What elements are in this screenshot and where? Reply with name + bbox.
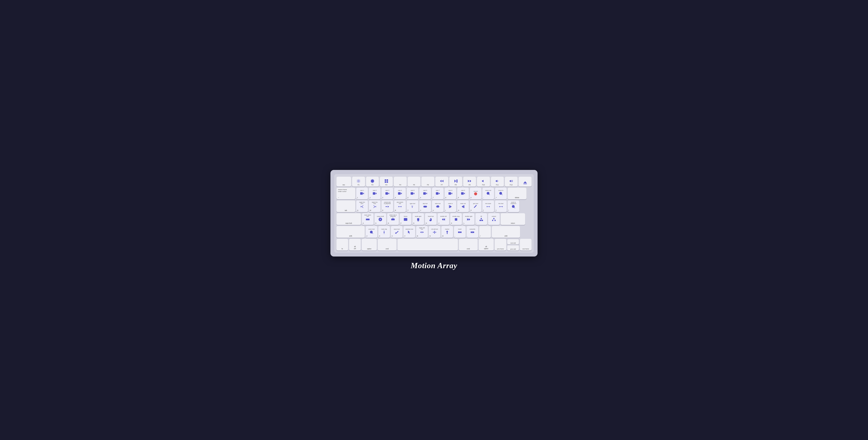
key-b[interactable]: ripple edittool B (416, 226, 428, 238)
key-v[interactable]: selection tool V (403, 226, 415, 238)
key-minus[interactable]: zoom out - (483, 188, 494, 199)
trimfwd-icon (499, 205, 503, 209)
key-option[interactable]: option (362, 239, 377, 250)
key-f7[interactable]: F7 (435, 177, 448, 187)
key-bracket-l[interactable]: trim back [ (483, 200, 494, 212)
key-a[interactable]: track selecttool A (362, 213, 374, 225)
key-q[interactable]: ripple trimprev Q (356, 200, 368, 212)
key-capslock[interactable]: caps lock (337, 213, 361, 225)
key-g[interactable]: audio gain G (412, 213, 424, 225)
key-f11[interactable]: F11 (491, 177, 504, 187)
key-r[interactable]: rate stretchtool R (394, 200, 406, 212)
svg-line-6 (360, 182, 360, 182)
key-next-frame[interactable]: next frame (520, 239, 531, 250)
key-backslash[interactable]: zoom tosequence \ (507, 200, 519, 212)
key-alt-option[interactable]: altoption (478, 239, 494, 250)
key-i[interactable]: mark in I (444, 200, 456, 212)
key-tilde[interactable]: restore frameunder cursor ~ (337, 188, 355, 199)
key-f6[interactable]: F6 (422, 177, 434, 187)
key-comma[interactable]: insert , (454, 226, 466, 238)
key-tab[interactable]: tab (337, 200, 355, 212)
key-f[interactable]: frame F (400, 213, 411, 225)
key-e[interactable]: extend editto playhead E (381, 200, 393, 212)
key-s[interactable]: snap on/off S (374, 213, 386, 225)
key-m[interactable]: marker M (441, 226, 453, 238)
key-cmd-left[interactable]: cmd (378, 239, 397, 250)
key-7[interactable]: cam 7 7 (432, 188, 443, 199)
key-n[interactable]: roll edit tool N (429, 226, 440, 238)
key-3[interactable]: cam 3 3 (381, 188, 393, 199)
key-9[interactable]: cam 9 9 (457, 188, 469, 199)
key-p[interactable]: pen tool P (470, 200, 482, 212)
key-space[interactable] (398, 239, 458, 250)
key-bracket-r[interactable]: trim fwd ] (495, 200, 507, 212)
key-5[interactable]: cam 5 5 (407, 188, 418, 199)
svg-rect-9 (385, 180, 386, 181)
stretch-icon (398, 205, 402, 209)
key-return[interactable]: return (501, 213, 525, 225)
key-h[interactable]: hand tool H (425, 213, 437, 225)
key-f5[interactable]: F5 (408, 177, 421, 187)
key-f2[interactable]: F2 (366, 177, 379, 187)
key-next-edit[interactable]: next edit (507, 239, 519, 245)
svg-marker-88 (393, 218, 394, 218)
key-l[interactable]: shuttle right L (463, 213, 474, 225)
key-fn[interactable]: fn (337, 239, 348, 250)
marker-icon (445, 230, 449, 235)
key-f12[interactable]: F12 (505, 177, 518, 187)
key-z[interactable]: zoom tool Z (366, 226, 377, 238)
key-o[interactable]: mark out O (457, 200, 469, 212)
key-prev-edit[interactable]: prev edit (507, 245, 519, 250)
key-prev-frame[interactable]: prev frame (495, 239, 506, 250)
svg-line-8 (357, 182, 358, 182)
svg-marker-18 (468, 180, 469, 182)
key-plus[interactable]: zoom in + (495, 188, 507, 199)
key-k[interactable]: shuttle stop K (450, 213, 462, 225)
svg-line-81 (514, 208, 515, 208)
svg-marker-22 (510, 180, 511, 182)
key-t[interactable]: type tool T T (407, 200, 418, 212)
svg-rect-99 (479, 220, 481, 221)
svg-marker-116 (423, 231, 424, 233)
key-j[interactable]: shuttle left J (438, 213, 449, 225)
svg-marker-58 (423, 206, 424, 207)
key-8[interactable]: cam 8 8 (444, 188, 456, 199)
svg-rect-33 (461, 192, 464, 195)
key-y[interactable]: slip tool Y (419, 200, 431, 212)
svg-line-46 (374, 207, 375, 208)
key-f8[interactable]: F8 (449, 177, 462, 187)
extract-icon (492, 217, 496, 222)
key-1[interactable]: cam 1 1 (356, 188, 368, 199)
svg-rect-60 (437, 206, 439, 207)
key-c[interactable]: razor tool C (391, 226, 403, 238)
key-u[interactable]: slide tool U (432, 200, 443, 212)
key-period[interactable]: overwrite . (467, 226, 478, 238)
svg-marker-23 (523, 181, 527, 183)
key-0[interactable]: record 0 (470, 188, 482, 199)
key-alt-ctrl[interactable]: altctrl (349, 239, 361, 250)
key-f9[interactable]: F9 (463, 177, 476, 187)
svg-marker-50 (388, 206, 389, 208)
key-4[interactable]: cam 4 4 (394, 188, 406, 199)
key-f3[interactable]: F3 (380, 177, 393, 187)
key-f1[interactable]: F1 (352, 177, 365, 187)
key-slash[interactable]: / (479, 226, 491, 238)
svg-rect-89 (404, 218, 407, 221)
key-delete[interactable]: delete (507, 188, 526, 199)
key-shift-right[interactable]: shift (492, 226, 520, 238)
key-2[interactable]: cam 2 2 (369, 188, 380, 199)
svg-marker-115 (420, 231, 421, 233)
key-shift-left[interactable]: shift (337, 226, 365, 238)
key-f4[interactable]: F4 (394, 177, 407, 187)
key-eject[interactable] (519, 177, 531, 187)
key-f10[interactable]: F10 (477, 177, 490, 187)
key-w[interactable]: ripple trimnext W (369, 200, 380, 212)
key-semicolon[interactable]: lift ; (475, 213, 487, 225)
key-cmd-right[interactable]: cmd (459, 239, 478, 250)
svg-rect-29 (411, 192, 413, 195)
key-d[interactable]: select clip atplayhead D (387, 213, 399, 225)
key-x[interactable]: mark clip X (378, 226, 390, 238)
key-esc[interactable]: esc (337, 177, 351, 187)
key-quote[interactable]: extract ' (488, 213, 500, 225)
key-6[interactable]: cam 6 6 (419, 188, 431, 199)
